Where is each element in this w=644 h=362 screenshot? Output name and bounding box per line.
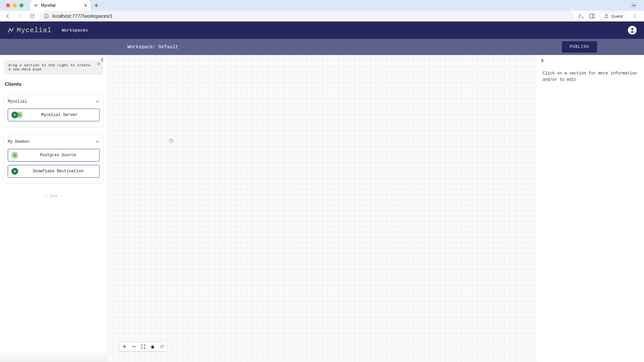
reset-button[interactable] — [157, 342, 167, 351]
fit-view-button[interactable] — [139, 342, 148, 351]
svg-point-2 — [606, 14, 607, 16]
browser-tab[interactable]: Mycelial — [30, 0, 91, 11]
lock-button[interactable] — [148, 342, 157, 351]
node-label: Postgres Source — [20, 153, 96, 158]
sub-header: Workspace: Default PUBLISH — [0, 39, 644, 55]
clients-heading: Clients — [5, 81, 103, 87]
app-header: Mycelial Workspaces — [0, 21, 644, 39]
kebab-menu-icon[interactable] — [631, 12, 639, 20]
svg-point-5 — [634, 17, 635, 18]
profile-label: Guest — [611, 14, 623, 19]
svg-rect-1 — [590, 14, 595, 18]
brand-text: Mycelial — [17, 26, 52, 34]
brand-logo[interactable]: Mycelial — [7, 26, 52, 34]
right-panel: Click on a section for more information … — [537, 55, 644, 362]
browser-chrome: Mycelial localhost:7777/workspa — [0, 0, 644, 21]
tab-bar: Mycelial — [0, 0, 644, 11]
zoom-in-button[interactable] — [120, 342, 129, 351]
new-tab-button[interactable] — [94, 3, 99, 8]
tab-close-icon[interactable] — [84, 4, 87, 7]
grab-cursor-icon — [168, 137, 174, 144]
side-panel-icon[interactable] — [588, 12, 596, 20]
node-label: Mycelial Server — [23, 113, 96, 117]
svg-point-4 — [634, 16, 635, 16]
group-header[interactable]: Mycelial — [8, 99, 100, 104]
window-zoom-button[interactable] — [19, 3, 23, 7]
group-header[interactable]: My Daemon — [8, 139, 100, 144]
logo-mark-icon — [7, 27, 14, 34]
back-button[interactable] — [3, 11, 13, 21]
favicon-icon — [34, 3, 38, 8]
svg-point-6 — [631, 28, 633, 30]
address-bar: localhost:7777/workspaces/1 Guest — [0, 11, 644, 21]
workspace-title: Workspace: Default — [127, 44, 178, 50]
media-controls-icon[interactable] — [577, 12, 585, 20]
end-marker: -- End -- — [0, 194, 107, 198]
publish-button[interactable]: PUBLISH — [562, 41, 597, 53]
destination-badge: D — [11, 112, 18, 118]
svg-point-3 — [634, 14, 635, 15]
hint-banner: Drag a section to the right to create a … — [5, 60, 103, 74]
canvas-area[interactable] — [107, 55, 537, 362]
hint-close-icon[interactable] — [97, 62, 100, 65]
node-label: Snowflake Destination — [20, 169, 96, 174]
forward-button[interactable] — [15, 11, 25, 21]
site-info-icon[interactable] — [44, 13, 49, 19]
window-controls — [3, 3, 27, 7]
canvas-controls — [119, 342, 167, 351]
chevron-up-icon — [96, 100, 100, 104]
collapse-right-button[interactable] — [540, 58, 545, 63]
tabs-dropdown-button[interactable] — [631, 2, 637, 9]
reload-button[interactable] — [28, 11, 37, 21]
node-postgres-source[interactable]: S Postgres Source — [8, 149, 100, 162]
left-panel: Drag a section to the right to create a … — [0, 55, 107, 362]
client-group-my-daemon: My Daemon S Postgres Source D Snowflake … — [3, 134, 104, 183]
node-mycelial-server[interactable]: D S Mycelial Server — [8, 109, 100, 121]
main-area: Drag a section to the right to create a … — [0, 55, 644, 362]
group-title: Mycelial — [8, 99, 27, 104]
right-panel-info: Click on a section for more information … — [543, 70, 638, 83]
user-avatar[interactable] — [628, 26, 637, 35]
badge-pair: D S — [11, 112, 21, 118]
url-text: localhost:7777/workspaces/1 — [52, 13, 113, 19]
window-close-button[interactable] — [6, 3, 10, 7]
url-input[interactable]: localhost:7777/workspaces/1 — [40, 11, 574, 21]
zoom-out-button[interactable] — [129, 342, 139, 351]
nav-workspaces[interactable]: Workspaces — [62, 28, 88, 33]
client-group-mycelial: Mycelial D S Mycelial Server — [3, 94, 104, 127]
node-snowflake-destination[interactable]: D Snowflake Destination — [8, 165, 100, 178]
group-title: My Daemon — [8, 139, 30, 144]
window-minimize-button[interactable] — [13, 3, 17, 7]
chevron-up-icon — [96, 140, 100, 144]
svg-rect-7 — [152, 346, 154, 348]
tab-title: Mycelial — [41, 3, 55, 8]
destination-badge: D — [11, 168, 18, 175]
profile-chip[interactable]: Guest — [599, 12, 627, 20]
source-badge: S — [11, 152, 18, 159]
hint-text: Drag a section to the right to create a … — [8, 63, 90, 71]
